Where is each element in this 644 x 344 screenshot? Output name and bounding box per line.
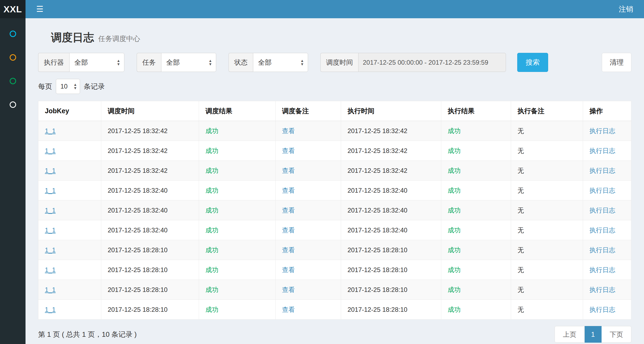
current-page-button[interactable]: 1 <box>585 326 602 343</box>
jobkey-link[interactable]: 1_1 <box>45 187 56 194</box>
execution-log-link[interactable]: 执行日志 <box>589 266 615 273</box>
trigger-result-text: 成功 <box>205 127 218 134</box>
trigger-msg-link[interactable]: 查看 <box>282 207 295 214</box>
trigger-time-cell: 2017-12-25 18:32:40 <box>101 181 199 200</box>
circle-icon <box>10 78 16 84</box>
trigger-result-text: 成功 <box>205 167 218 174</box>
page-length-prefix: 每页 <box>38 82 52 91</box>
trigger-msg-link[interactable]: 查看 <box>282 147 295 154</box>
trigger-msg-link[interactable]: 查看 <box>282 286 295 293</box>
navbar-main: ☰ 注销 <box>26 0 644 18</box>
search-button[interactable]: 搜索 <box>517 53 548 72</box>
log-table: JobKey 调度时间 调度结果 调度备注 执行时间 执行结果 执行备注 操作 … <box>38 101 631 320</box>
execution-log-link[interactable]: 执行日志 <box>589 226 615 234</box>
handle-time-cell: 2017-12-25 18:32:42 <box>341 121 441 141</box>
execution-log-link[interactable]: 执行日志 <box>589 246 615 254</box>
execution-log-link[interactable]: 执行日志 <box>589 286 615 293</box>
select-arrows-icon: ▲▼ <box>117 59 120 66</box>
executor-select[interactable]: 全部 ▲▼ <box>69 53 124 72</box>
app-logo[interactable]: XXL <box>0 0 26 18</box>
select-arrows-icon: ▲▼ <box>73 83 77 90</box>
handle-time-cell: 2017-12-25 18:32:40 <box>341 181 441 200</box>
prev-page-button[interactable]: 上页 <box>555 326 585 343</box>
execution-log-link[interactable]: 执行日志 <box>589 207 615 214</box>
jobkey-link[interactable]: 1_1 <box>45 306 56 313</box>
execution-log-link[interactable]: 执行日志 <box>589 167 615 174</box>
jobkey-link[interactable]: 1_1 <box>45 286 56 293</box>
sidebar-item-2[interactable] <box>0 46 26 69</box>
status-select-value: 全部 <box>258 58 272 67</box>
trigger-msg-link[interactable]: 查看 <box>282 187 295 194</box>
table-row: 1_1 2017-12-25 18:28:10 成功 查看 2017-12-25… <box>38 240 631 260</box>
jobkey-link[interactable]: 1_1 <box>45 226 56 234</box>
table-row: 1_1 2017-12-25 18:32:40 成功 查看 2017-12-25… <box>38 181 631 200</box>
handle-msg-cell: 无 <box>511 220 583 240</box>
handle-msg-cell: 无 <box>511 260 583 280</box>
circle-icon <box>10 31 16 37</box>
trigger-time-range-input[interactable]: 2017-12-25 00:00:00 - 2017-12-25 23:59:5… <box>358 53 506 72</box>
handle-time-cell: 2017-12-25 18:28:10 <box>341 300 441 320</box>
handle-time-cell: 2017-12-25 18:28:10 <box>341 280 441 300</box>
trigger-msg-link[interactable]: 查看 <box>282 266 295 273</box>
handle-time-cell: 2017-12-25 18:32:40 <box>341 220 441 240</box>
table-row: 1_1 2017-12-25 18:28:10 成功 查看 2017-12-25… <box>38 300 631 320</box>
table-row: 1_1 2017-12-25 18:32:42 成功 查看 2017-12-25… <box>38 121 631 141</box>
page-subtitle: 任务调度中心 <box>98 34 140 43</box>
log-table-container: JobKey 调度时间 调度结果 调度备注 执行时间 执行结果 执行备注 操作 … <box>38 101 631 320</box>
table-row: 1_1 2017-12-25 18:32:40 成功 查看 2017-12-25… <box>38 220 631 240</box>
table-row: 1_1 2017-12-25 18:32:42 成功 查看 2017-12-25… <box>38 141 631 161</box>
trigger-time-cell: 2017-12-25 18:28:10 <box>101 260 199 280</box>
handle-msg-cell: 无 <box>511 280 583 300</box>
job-filter-label: 任务 <box>137 53 161 72</box>
execution-log-link[interactable]: 执行日志 <box>589 127 615 134</box>
jobkey-link[interactable]: 1_1 <box>45 167 56 174</box>
execution-log-link[interactable]: 执行日志 <box>589 306 615 313</box>
handle-result-text: 成功 <box>448 246 461 254</box>
executor-filter-label: 执行器 <box>38 53 69 72</box>
table-row: 1_1 2017-12-25 18:28:10 成功 查看 2017-12-25… <box>38 280 631 300</box>
sidebar-item-4[interactable] <box>0 93 26 116</box>
next-page-button[interactable]: 下页 <box>602 326 631 343</box>
executor-select-value: 全部 <box>74 58 88 67</box>
trigger-msg-link[interactable]: 查看 <box>282 306 295 313</box>
sidebar-toggle-button[interactable]: ☰ <box>36 5 44 13</box>
job-select[interactable]: 全部 ▲▼ <box>161 53 216 72</box>
executor-filter: 执行器 全部 ▲▼ <box>38 53 124 72</box>
handle-time-cell: 2017-12-25 18:32:40 <box>341 200 441 220</box>
trigger-msg-link[interactable]: 查看 <box>282 246 295 254</box>
page-length-select[interactable]: 10 ▲▼ <box>56 79 80 94</box>
sidebar-item-1[interactable] <box>0 22 26 46</box>
handle-time-cell: 2017-12-25 18:32:42 <box>341 141 441 161</box>
execution-log-link[interactable]: 执行日志 <box>589 187 615 194</box>
handle-result-text: 成功 <box>448 207 461 214</box>
jobkey-link[interactable]: 1_1 <box>45 266 56 273</box>
jobkey-link[interactable]: 1_1 <box>45 246 56 254</box>
jobkey-link[interactable]: 1_1 <box>45 147 56 154</box>
clear-button[interactable]: 清理 <box>602 53 631 72</box>
jobkey-link[interactable]: 1_1 <box>45 207 56 214</box>
logout-link[interactable]: 注销 <box>619 4 633 14</box>
trigger-msg-link[interactable]: 查看 <box>282 127 295 134</box>
status-select[interactable]: 全部 ▲▼ <box>253 53 308 72</box>
trigger-result-text: 成功 <box>205 266 218 273</box>
trigger-msg-link[interactable]: 查看 <box>282 226 295 234</box>
handle-time-cell: 2017-12-25 18:28:10 <box>341 240 441 260</box>
jobkey-link[interactable]: 1_1 <box>45 127 56 134</box>
handle-result-text: 成功 <box>448 167 461 174</box>
handle-msg-cell: 无 <box>511 240 583 260</box>
content-header: 调度日志 任务调度中心 <box>38 18 631 45</box>
column-header-handle-result: 执行结果 <box>441 101 511 121</box>
pagination-info: 第 1 页 ( 总共 1 页，10 条记录 ) <box>38 330 137 339</box>
log-table-body: 1_1 2017-12-25 18:32:42 成功 查看 2017-12-25… <box>38 121 631 320</box>
execution-log-link[interactable]: 执行日志 <box>589 147 615 154</box>
handle-result-text: 成功 <box>448 127 461 134</box>
handle-time-cell: 2017-12-25 18:32:42 <box>341 161 441 181</box>
page-length-value: 10 <box>60 83 68 90</box>
trigger-msg-link[interactable]: 查看 <box>282 167 295 174</box>
sidebar-item-3[interactable] <box>0 69 26 93</box>
handle-msg-cell: 无 <box>511 161 583 181</box>
trigger-time-filter: 调度时间 2017-12-25 00:00:00 - 2017-12-25 23… <box>320 53 506 72</box>
trigger-time-cell: 2017-12-25 18:28:10 <box>101 280 199 300</box>
handle-result-text: 成功 <box>448 226 461 234</box>
top-navbar: XXL ☰ 注销 <box>0 0 644 18</box>
